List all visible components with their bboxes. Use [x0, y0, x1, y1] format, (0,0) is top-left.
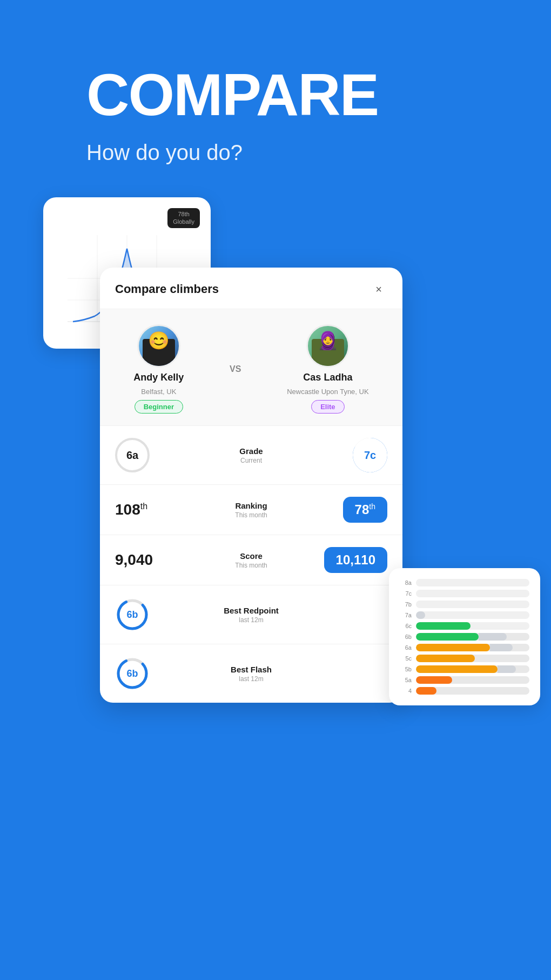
- bar-track-7c: [416, 590, 529, 597]
- ranking-value-right: 78th: [297, 497, 387, 523]
- grade-stat-row: 6a Grade Current 7c: [100, 426, 402, 485]
- score-label-sub: This month: [206, 562, 297, 569]
- bar-label-5a: 5a: [400, 677, 412, 683]
- climber1-badge: Beginner: [135, 400, 183, 414]
- flash-label: Best Flash last 12m: [206, 665, 297, 683]
- bar-row-7c: 7c: [400, 590, 529, 597]
- score-badge: 10,110: [324, 547, 387, 573]
- redpoint-value-left: 6b: [115, 597, 206, 632]
- bar-track-7b: [416, 601, 529, 608]
- close-button[interactable]: ×: [370, 281, 387, 298]
- redpoint-stat-row: 6b Best Redpoint last 12m: [100, 585, 402, 644]
- climber1-name: Andy Kelly: [133, 372, 184, 383]
- ranking-stat-row: 108th Ranking This month 78th: [100, 485, 402, 535]
- redpoint-label-sub: last 12m: [206, 616, 297, 624]
- ranking-label-sub: This month: [206, 511, 297, 519]
- flash-arc-circle: 6b: [115, 656, 150, 691]
- cards-area: 78th Globally Compare: [0, 197, 551, 846]
- climbers-comparison-row: Andy Kelly Belfast, UK Beginner VS Cas L…: [100, 309, 402, 426]
- bar-chart-card: 8a 7c 7b 7a 6c: [389, 568, 540, 705]
- ranking-value-left: 108th: [115, 501, 206, 518]
- grade-circle-right: 7c: [353, 438, 387, 472]
- score-value-left: 9,040: [115, 551, 206, 569]
- flash-value-left: 6b: [115, 656, 206, 691]
- rank-sublabel: Globally: [173, 218, 194, 225]
- bar-track-4: [416, 687, 529, 695]
- avatar-cas: [306, 324, 350, 368]
- bar-label-5b: 5b: [400, 666, 412, 672]
- score-value-right: 10,110: [297, 547, 387, 573]
- compare-card-title: Compare climbers: [115, 282, 219, 296]
- compare-card-header: Compare climbers ×: [100, 268, 402, 309]
- bar-row-5c: 5c: [400, 655, 529, 662]
- flash-stat-row: 6b Best Flash last 12m: [100, 644, 402, 703]
- bar-label-6b: 6b: [400, 634, 412, 640]
- bar-label-7c: 7c: [400, 590, 412, 597]
- redpoint-label: Best Redpoint last 12m: [206, 606, 297, 624]
- bar-row-8a: 8a: [400, 579, 529, 586]
- grade-label-title: Grade: [206, 446, 297, 456]
- bar-row-6b: 6b: [400, 633, 529, 641]
- bar-track-7a: [416, 611, 529, 619]
- bar-label-5c: 5c: [400, 655, 412, 662]
- hero-section: COMPARE How do you do?: [0, 0, 551, 165]
- hero-subtitle: How do you do?: [86, 141, 551, 165]
- grade-value-right: 7c: [297, 438, 387, 472]
- bar-label-8a: 8a: [400, 579, 412, 586]
- score-label: Score This month: [206, 551, 297, 569]
- bar-track-6a: [416, 644, 529, 651]
- compare-card: Compare climbers × Andy Kelly Belfast, U…: [100, 268, 402, 703]
- ranking-label-title: Ranking: [206, 501, 297, 510]
- score-stat-row: 9,040 Score This month 10,110: [100, 535, 402, 585]
- bar-track-5b: [416, 665, 529, 673]
- ranking-label: Ranking This month: [206, 501, 297, 519]
- vs-label: VS: [230, 364, 241, 374]
- climber1: Andy Kelly Belfast, UK Beginner: [133, 324, 184, 414]
- score-label-title: Score: [206, 551, 297, 561]
- redpoint-label-title: Best Redpoint: [206, 606, 297, 615]
- grade-circle-left: 6a: [115, 438, 150, 472]
- rank-value: 78th: [173, 210, 194, 218]
- bar-row-7a: 7a: [400, 611, 529, 619]
- climber2-badge: Elite: [311, 400, 344, 414]
- climber2: Cas Ladha Newcastle Upon Tyne, UK Elite: [287, 324, 369, 414]
- flash-label-sub: last 12m: [206, 675, 297, 683]
- avatar-andy: [137, 324, 180, 368]
- grade-value-left: 6a: [115, 438, 206, 472]
- bar-row-5b: 5b: [400, 665, 529, 673]
- bar-track-5a: [416, 676, 529, 684]
- grade-label-sub: Current: [206, 457, 297, 464]
- ranking-badge: 78th: [343, 497, 387, 523]
- ranking-left-value: 108th: [115, 501, 206, 518]
- bar-row-7b: 7b: [400, 601, 529, 608]
- bar-label-4: 4: [400, 688, 412, 694]
- grade-label: Grade Current: [206, 446, 297, 464]
- rank-badge: 78th Globally: [167, 208, 200, 228]
- bar-label-7a: 7a: [400, 612, 412, 618]
- bar-track-8a: [416, 579, 529, 586]
- bar-row-5a: 5a: [400, 676, 529, 684]
- bar-track-6c: [416, 622, 529, 630]
- page-title: COMPARE: [86, 65, 551, 124]
- redpoint-arc-circle: 6b: [115, 597, 150, 632]
- flash-arc-text: 6b: [126, 668, 138, 679]
- climber2-name: Cas Ladha: [303, 372, 352, 383]
- flash-label-title: Best Flash: [206, 665, 297, 674]
- climber1-location: Belfast, UK: [141, 388, 176, 396]
- bar-track-5c: [416, 655, 529, 662]
- bar-label-7b: 7b: [400, 601, 412, 608]
- bar-label-6c: 6c: [400, 623, 412, 629]
- bar-track-6b: [416, 633, 529, 641]
- redpoint-arc-text: 6b: [126, 609, 138, 621]
- bar-row-6c: 6c: [400, 622, 529, 630]
- bar-label-6a: 6a: [400, 644, 412, 651]
- bar-row-4: 4: [400, 687, 529, 695]
- bar-row-6a: 6a: [400, 644, 529, 651]
- climber2-location: Newcastle Upon Tyne, UK: [287, 388, 369, 396]
- bar-chart-content: 8a 7c 7b 7a 6c: [400, 579, 529, 695]
- score-left-value: 9,040: [115, 551, 206, 569]
